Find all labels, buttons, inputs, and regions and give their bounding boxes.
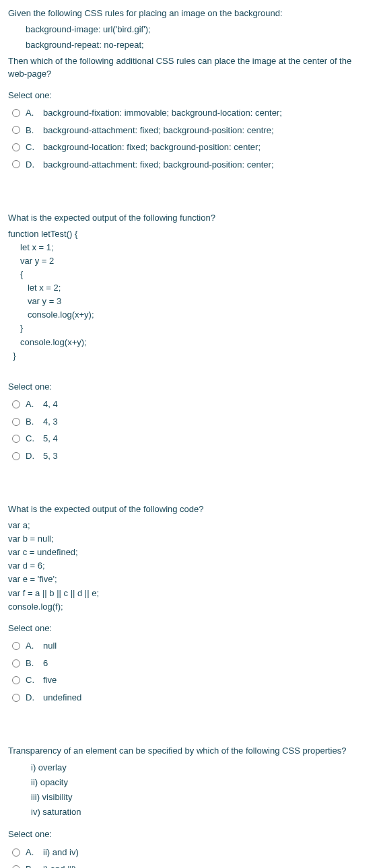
option-text: 4, 4: [43, 398, 58, 411]
option-letter: A.: [26, 106, 38, 120]
option-text: ii) and iv): [43, 846, 79, 859]
q3-code-block: var a; var b = null; var c = undefined; …: [8, 519, 371, 614]
radio-icon[interactable]: [12, 418, 20, 426]
radio-icon[interactable]: [12, 400, 20, 408]
radio-icon[interactable]: [12, 452, 20, 460]
option-text: 5, 4: [43, 432, 58, 445]
q2-code-block: function letTest() { let x = 1; var y = …: [8, 227, 371, 363]
q4-item-iv: iv) saturation: [31, 805, 371, 820]
q4-sublist: i) overlay ii) opacity iii) visibility i…: [8, 760, 371, 820]
q3-options: A.null B.6 C.five D.undefined: [12, 637, 371, 706]
question-4: Transparency of an element can be specif…: [0, 737, 379, 868]
option-letter: A.: [26, 398, 38, 411]
option-letter: B.: [26, 863, 38, 868]
option-text: 4, 3: [43, 415, 58, 429]
q1-option-c[interactable]: C. background-location: fixed; backgroun…: [12, 139, 371, 156]
radio-icon[interactable]: [12, 676, 20, 684]
option-letter: C.: [26, 141, 38, 154]
q3-option-a[interactable]: A.null: [12, 637, 371, 655]
q4-prompt: Transparency of an element can be specif…: [8, 744, 371, 758]
q2-select-one: Select one:: [8, 380, 371, 394]
q4-item-ii: ii) opacity: [31, 775, 371, 790]
option-letter: B.: [26, 415, 38, 429]
q1-option-d[interactable]: D. background-attachment: fixed; backgro…: [12, 156, 371, 174]
radio-icon[interactable]: [12, 848, 20, 857]
q4-options: A.ii) and iv) B.i) and iii) C.ii) only D…: [12, 844, 371, 868]
q2-option-d[interactable]: D.5, 3: [12, 447, 371, 465]
option-text: background-attachment: fixed; background…: [43, 158, 274, 172]
option-text: null: [43, 639, 57, 653]
option-letter: D.: [26, 158, 38, 172]
radio-icon[interactable]: [12, 160, 20, 168]
q1-code-line1: background-image: url('bird.gif');: [26, 23, 371, 36]
q2-option-a[interactable]: A.4, 4: [12, 396, 371, 413]
option-text: undefined: [43, 691, 81, 704]
q2-prompt: What is the expected output of the follo…: [8, 211, 371, 225]
q1-prompt-line1: Given the following CSS rules for placin…: [8, 7, 371, 20]
q4-item-i: i) overlay: [31, 760, 371, 775]
option-letter: A.: [26, 846, 38, 859]
option-letter: B.: [26, 124, 38, 137]
question-3: What is the expected output of the follo…: [0, 496, 379, 719]
q2-options: A.4, 4 B.4, 3 C.5, 4 D.5, 3: [12, 396, 371, 464]
q2-option-c[interactable]: C.5, 4: [12, 430, 371, 447]
q4-option-a[interactable]: A.ii) and iv): [12, 844, 371, 861]
q3-option-b[interactable]: B.6: [12, 655, 371, 672]
option-text: i) and iii): [43, 863, 76, 868]
radio-icon[interactable]: [12, 435, 20, 443]
q2-option-b[interactable]: B.4, 3: [12, 413, 371, 431]
q4-item-iii: iii) visibility: [31, 790, 371, 805]
q1-option-a[interactable]: A. background-fixation: immovable; backg…: [12, 104, 371, 122]
q3-select-one: Select one:: [8, 622, 371, 635]
radio-icon[interactable]: [12, 109, 20, 117]
q1-option-b[interactable]: B. background-attachment: fixed; backgro…: [12, 122, 371, 139]
option-letter: D.: [26, 691, 38, 704]
radio-icon[interactable]: [12, 143, 20, 151]
option-letter: C.: [26, 674, 38, 687]
option-text: background-fixation: immovable; backgrou…: [43, 106, 282, 120]
radio-icon[interactable]: [12, 865, 20, 868]
radio-icon[interactable]: [12, 694, 20, 702]
option-text: five: [43, 674, 57, 687]
q3-prompt: What is the expected output of the follo…: [8, 503, 371, 516]
option-text: 6: [43, 657, 48, 670]
radio-icon[interactable]: [12, 642, 20, 650]
option-text: background-location: fixed; background-p…: [43, 141, 261, 154]
q1-select-one: Select one:: [8, 89, 371, 102]
q4-option-b[interactable]: B.i) and iii): [12, 861, 371, 868]
radio-icon[interactable]: [12, 126, 20, 134]
q1-options: A. background-fixation: immovable; backg…: [12, 104, 371, 173]
option-letter: B.: [26, 657, 38, 670]
option-letter: D.: [26, 449, 38, 463]
option-text: 5, 3: [43, 449, 58, 463]
radio-icon[interactable]: [12, 659, 20, 667]
option-letter: C.: [26, 432, 38, 445]
option-letter: A.: [26, 639, 38, 653]
question-2: What is the expected output of the follo…: [0, 205, 379, 477]
q1-code-line2: background-repeat: no-repeat;: [26, 38, 371, 52]
option-text: background-attachment: fixed; background…: [43, 124, 274, 137]
question-1: Given the following CSS rules for placin…: [0, 0, 379, 186]
q3-option-c[interactable]: C.five: [12, 672, 371, 689]
q1-prompt-line2: Then which of the following additional C…: [8, 55, 371, 81]
q3-option-d[interactable]: D.undefined: [12, 689, 371, 707]
q4-select-one: Select one:: [8, 828, 371, 841]
